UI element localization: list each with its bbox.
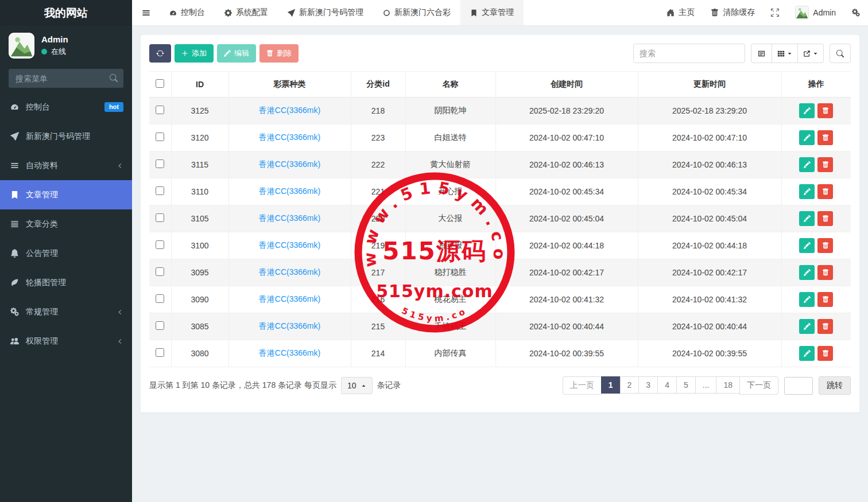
- cell-id: 3115: [171, 151, 228, 178]
- page-button[interactable]: 5: [676, 376, 696, 394]
- row-delete-button[interactable]: [817, 130, 833, 145]
- row-checkbox[interactable]: [156, 294, 164, 303]
- row-checkbox[interactable]: [156, 240, 164, 249]
- nav-fullscreen-button[interactable]: [763, 0, 787, 25]
- table-search-input[interactable]: [633, 44, 745, 63]
- prev-page-button[interactable]: 上一页: [563, 376, 602, 395]
- sidebar-item-macau-number[interactable]: 新新澳门号码管理: [0, 122, 132, 151]
- refresh-button[interactable]: [149, 44, 171, 63]
- lottery-type-link[interactable]: 香港CC(3366mk): [259, 186, 320, 196]
- delete-button[interactable]: 删除: [259, 44, 299, 63]
- row-checkbox[interactable]: [156, 186, 164, 195]
- next-page-button[interactable]: 下一页: [739, 376, 778, 395]
- row-edit-button[interactable]: [799, 265, 815, 280]
- select-cell: [149, 259, 171, 286]
- nav-tabs: 控制台 系统配置 新新澳门号码管理 新新澳门六合彩 文章管理: [160, 0, 524, 25]
- row-edit-button[interactable]: [799, 346, 815, 361]
- sidebar-item-auto-data[interactable]: 自动资料: [0, 151, 132, 180]
- row-edit-button[interactable]: [799, 292, 815, 307]
- select-cell: [149, 205, 171, 232]
- page-button[interactable]: 18: [716, 376, 740, 394]
- page-ellipsis[interactable]: ...: [695, 376, 717, 394]
- row-edit-button[interactable]: [799, 184, 815, 199]
- sidebar-item-general[interactable]: 常规管理: [0, 297, 132, 326]
- cell-updated: 2024-10-02 00:44:18: [638, 232, 781, 259]
- trash-icon: [822, 134, 829, 141]
- select-all-checkbox[interactable]: [156, 79, 164, 88]
- page-button[interactable]: 3: [638, 376, 658, 394]
- table-row: 3115香港CC(3366mk)222黄大仙射箭2024-10-02 00:46…: [149, 151, 851, 178]
- row-delete-button[interactable]: [817, 346, 833, 361]
- row-delete-button[interactable]: [817, 265, 833, 280]
- lottery-type-link[interactable]: 香港CC(3366mk): [259, 133, 320, 142]
- lottery-type-link[interactable]: 香港CC(3366mk): [259, 106, 320, 115]
- sidebar-item-article-category[interactable]: 文章分类: [0, 209, 132, 239]
- row-checkbox[interactable]: [156, 133, 164, 141]
- row-delete-button[interactable]: [817, 238, 833, 253]
- tab-macau-lottery[interactable]: 新新澳门六合彩: [373, 0, 460, 25]
- lottery-type-link[interactable]: 香港CC(3366mk): [259, 348, 320, 357]
- row-edit-button[interactable]: [799, 211, 815, 226]
- lottery-type-link[interactable]: 香港CC(3366mk): [259, 321, 320, 330]
- row-edit-button[interactable]: [799, 157, 815, 172]
- row-delete-button[interactable]: [817, 292, 833, 307]
- nav-home[interactable]: 主页: [658, 0, 703, 25]
- jump-button[interactable]: 跳转: [819, 376, 851, 395]
- sidebar-item-dashboard[interactable]: 控制台hot: [0, 92, 132, 122]
- sidebar-item-announcement[interactable]: 公告管理: [0, 239, 132, 268]
- row-checkbox[interactable]: [156, 267, 164, 276]
- lottery-type-link[interactable]: 香港CC(3366mk): [259, 159, 320, 169]
- nav-clear-cache[interactable]: 清除缓存: [703, 0, 763, 25]
- row-edit-button[interactable]: [799, 103, 815, 118]
- row-delete-button[interactable]: [817, 157, 833, 172]
- row-checkbox[interactable]: [156, 348, 164, 357]
- sidebar-item-carousel[interactable]: 轮播图管理: [0, 268, 132, 297]
- page-button[interactable]: 1: [601, 376, 621, 394]
- tab-system-config[interactable]: 系统配置: [215, 0, 278, 25]
- export-button[interactable]: [797, 44, 824, 63]
- pencil-icon: [224, 50, 231, 57]
- row-delete-button[interactable]: [817, 319, 833, 334]
- lottery-type-link[interactable]: 香港CC(3366mk): [259, 294, 320, 303]
- nav-settings-button[interactable]: [844, 0, 868, 25]
- page-button[interactable]: 2: [620, 376, 640, 394]
- detail-view-button[interactable]: [751, 44, 772, 63]
- search-button[interactable]: [830, 44, 851, 63]
- row-delete-button[interactable]: [817, 211, 833, 226]
- row-delete-button[interactable]: [817, 184, 833, 199]
- trash-icon: [822, 242, 829, 249]
- cell-category-id: 218: [351, 98, 405, 124]
- tab-article-manage[interactable]: 文章管理: [460, 0, 524, 25]
- cell-name: 千禧码王: [405, 313, 495, 340]
- columns-button[interactable]: [772, 44, 798, 63]
- nav-user[interactable]: Admin: [787, 0, 844, 25]
- cell-operations: [781, 205, 851, 232]
- tab-macau-number[interactable]: 新新澳门号码管理: [278, 0, 373, 25]
- cell-lottery-type: 香港CC(3366mk): [228, 340, 351, 367]
- row-edit-button[interactable]: [799, 238, 815, 253]
- users-icon: [9, 337, 20, 345]
- page-button[interactable]: 4: [657, 376, 677, 394]
- sidebar-toggle-button[interactable]: [132, 0, 160, 25]
- row-checkbox[interactable]: [156, 213, 164, 222]
- jump-page-input[interactable]: [784, 377, 813, 395]
- sidebar-item-permission[interactable]: 权限管理: [0, 326, 132, 356]
- cell-created: 2025-02-18 23:29:20: [495, 98, 638, 124]
- add-button[interactable]: 添加: [175, 44, 214, 63]
- row-checkbox[interactable]: [156, 159, 164, 168]
- row-edit-button[interactable]: [799, 130, 815, 145]
- edit-button[interactable]: 编辑: [217, 44, 256, 63]
- tab-dashboard[interactable]: 控制台: [160, 0, 215, 25]
- row-checkbox[interactable]: [156, 106, 164, 114]
- paper-plane-icon: [9, 132, 20, 141]
- row-edit-button[interactable]: [799, 319, 815, 334]
- lottery-type-link[interactable]: 香港CC(3366mk): [259, 267, 320, 277]
- sidebar-search-input[interactable]: [9, 69, 123, 88]
- row-checkbox[interactable]: [156, 321, 164, 330]
- lottery-type-link[interactable]: 香港CC(3366mk): [259, 240, 320, 250]
- row-delete-button[interactable]: [817, 103, 833, 118]
- select-cell: [149, 124, 171, 151]
- lottery-type-link[interactable]: 香港CC(3366mk): [259, 213, 320, 223]
- page-size-dropdown[interactable]: 10: [341, 377, 373, 394]
- sidebar-item-article-manage[interactable]: 文章管理: [0, 180, 132, 209]
